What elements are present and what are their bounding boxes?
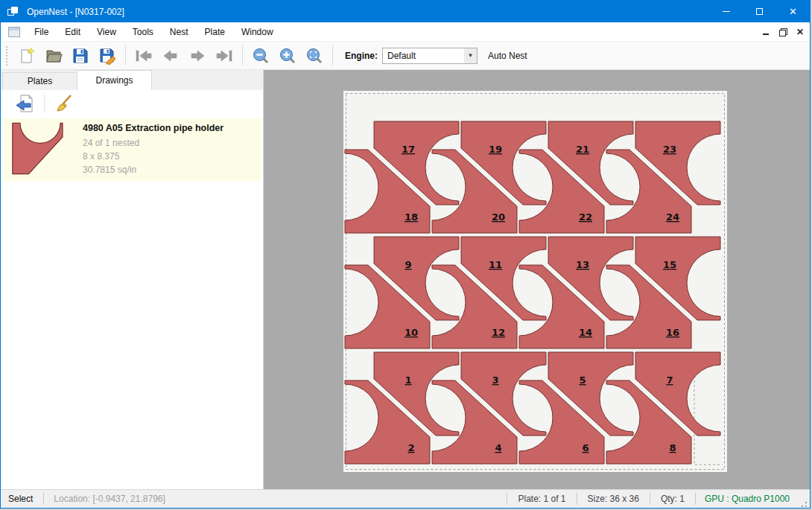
drawing-info: 4980 A05 Extraction pipe holder 24 of 1 … [83, 123, 223, 176]
new-document-button[interactable] [13, 44, 40, 68]
save-as-button[interactable] [94, 44, 121, 68]
tab-drawings[interactable]: Drawings [77, 70, 152, 90]
part-number-label: 4 [495, 442, 501, 453]
part-number-label: 16 [666, 327, 679, 338]
nest-plate[interactable]: 171819202122232491011121314151612345678 [343, 91, 727, 472]
toolbar-separator [332, 45, 333, 66]
part-number-label: 7 [666, 374, 673, 386]
part-number-label: 14 [579, 327, 592, 338]
part-number-label: 6 [582, 442, 589, 453]
part-number-label: 2 [407, 442, 414, 453]
menu-nest[interactable]: Nest [162, 24, 197, 40]
save-button[interactable] [67, 44, 94, 68]
part-number-label: 23 [663, 144, 676, 155]
toolbar-grip[interactable] [6, 46, 9, 66]
go-previous-button[interactable] [157, 44, 184, 68]
part-number-label: 20 [492, 211, 505, 223]
broom-icon [54, 94, 74, 113]
menu-view[interactable]: View [89, 24, 124, 40]
minimize-button[interactable] [709, 1, 743, 22]
save-as-icon [98, 47, 116, 65]
minimize-icon [723, 11, 730, 12]
menu-edit[interactable]: Edit [57, 24, 89, 40]
maximize-icon [756, 8, 763, 15]
drawing-list-item[interactable]: 4980 A05 Extraction pipe holder 24 of 1 … [2, 118, 261, 181]
menu-tools[interactable]: Tools [124, 24, 162, 40]
go-previous-icon [161, 47, 180, 65]
part-number-label: 3 [492, 374, 498, 386]
engine-label: Engine: [345, 51, 378, 61]
go-next-button[interactable] [184, 44, 211, 68]
engine-select[interactable]: Default ▼ [382, 48, 478, 64]
zoom-in-button[interactable] [274, 44, 301, 68]
status-location: Location: [-0.9437, 21.8796] [44, 494, 507, 504]
part-number-label: 12 [492, 327, 505, 338]
panel-tab-strip: Plates Drawings [1, 70, 263, 90]
go-first-button[interactable] [130, 44, 157, 68]
open-folder-icon [45, 47, 63, 65]
go-last-button[interactable] [211, 44, 238, 68]
toolbar-separator [242, 45, 243, 66]
menu-bar: File Edit View Tools Nest Plate Window ✕ [1, 22, 810, 42]
toolbar-separator [125, 45, 126, 66]
auto-nest-label[interactable]: Auto Nest [488, 51, 527, 61]
new-document-icon [18, 47, 36, 65]
mdi-close-button[interactable]: ✕ [796, 28, 804, 36]
drawing-dimensions: 8 x 8.375 [83, 150, 223, 163]
part-number-label: 5 [579, 374, 586, 386]
title-bar: OpenNest - [N0317-002] ✕ [1, 1, 810, 22]
mdi-restore-button[interactable] [779, 28, 786, 35]
clean-button[interactable] [51, 92, 77, 115]
import-drawing-icon [15, 94, 34, 113]
zoom-fit-icon [305, 47, 323, 65]
zoom-in-icon [279, 47, 296, 65]
status-bar: Select Location: [-0.9437, 21.8796] Plat… [1, 489, 810, 508]
nest-canvas[interactable]: 171819202122232491011121314151612345678 [264, 70, 810, 489]
tab-plates[interactable]: Plates [2, 72, 77, 90]
left-panel: Plates Drawings [1, 70, 264, 489]
engine-selected-value: Default [383, 51, 464, 61]
drawing-title: 4980 A05 Extraction pipe holder [83, 123, 223, 133]
part-number-label: 15 [663, 259, 676, 270]
mdi-window-controls: ✕ [763, 28, 804, 36]
zoom-fit-button[interactable] [301, 44, 328, 68]
part-number-label: 11 [489, 259, 502, 270]
window-title: OpenNest - [N0317-002] [27, 7, 709, 17]
part-number-label: 18 [405, 211, 418, 223]
opennest-window: OpenNest - [N0317-002] ✕ File Edit View … [0, 0, 811, 509]
resize-grip-icon[interactable] [799, 499, 808, 508]
part-number-label: 24 [666, 211, 679, 223]
import-drawing-button[interactable] [11, 92, 38, 115]
go-first-icon [134, 47, 153, 65]
go-next-icon [188, 47, 207, 65]
main-toolbar: Engine: Default ▼ Auto Nest [1, 42, 810, 70]
go-last-icon [215, 47, 234, 65]
chevron-down-icon[interactable]: ▼ [464, 48, 477, 63]
close-button[interactable]: ✕ [776, 1, 810, 22]
status-qty: Qty: 1 [650, 494, 695, 504]
mdi-document-icon[interactable] [8, 27, 20, 37]
part-number-label: 17 [402, 144, 415, 155]
status-size: Size: 36 x 36 [577, 494, 650, 504]
part-number-label: 19 [489, 144, 502, 155]
drawings-toolbar [1, 90, 263, 116]
drawings-list: 4980 A05 Extraction pipe holder 24 of 1 … [1, 116, 263, 489]
zoom-out-button[interactable] [247, 44, 274, 68]
mdi-minimize-button[interactable] [763, 34, 769, 35]
zoom-out-icon [252, 47, 270, 65]
part-number-label: 9 [405, 259, 411, 270]
menu-file[interactable]: File [26, 24, 57, 40]
part-number-label: 8 [669, 442, 676, 453]
status-gpu: GPU : Quadro P1000 [696, 494, 799, 504]
app-icon [7, 7, 19, 17]
part-thumbnail [11, 121, 68, 179]
maximize-button[interactable] [743, 1, 776, 22]
menu-plate[interactable]: Plate [197, 24, 233, 40]
status-mode: Select [1, 494, 43, 504]
save-floppy-icon [72, 47, 89, 65]
part-number-label: 13 [576, 259, 589, 270]
menu-window[interactable]: Window [233, 24, 282, 40]
main-area: Plates Drawings [1, 70, 810, 489]
open-file-button[interactable] [40, 44, 67, 68]
drawing-nested-count: 24 of 1 nested [83, 136, 223, 150]
